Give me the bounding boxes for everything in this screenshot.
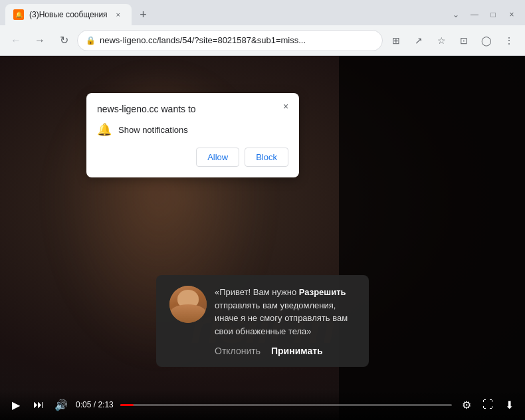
social-actions: Отклонить Принимать — [215, 346, 356, 356]
tab-favicon: 🔔 — [13, 9, 24, 20]
address-text: news-ligeno.cc/lands/54/?site=8021587&su… — [100, 35, 374, 45]
lock-icon: 🔒 — [86, 36, 96, 45]
progress-filled — [120, 404, 134, 406]
social-engineering-popup: «Привет! Вам нужно Разрешить отправлять … — [156, 275, 369, 367]
allow-button[interactable]: Allow — [196, 148, 239, 167]
menu-icon[interactable]: ⋮ — [498, 30, 520, 51]
notification-actions: Allow Block — [97, 148, 288, 167]
bell-icon: 🔔 — [97, 122, 112, 137]
download-icon[interactable]: ⬇ — [501, 397, 517, 413]
time-display: 0:05 / 2:13 — [76, 400, 114, 409]
close-window-button[interactable]: × — [504, 7, 520, 23]
chevron-down-icon[interactable]: ⌄ — [448, 7, 464, 23]
tab-close-button[interactable]: × — [113, 9, 124, 20]
skip-button[interactable]: ⏭ — [31, 397, 47, 413]
play-button[interactable]: ▶ — [8, 397, 24, 413]
toolbar: ← → ↻ 🔒 news-ligeno.cc/lands/54/?site=80… — [0, 25, 525, 56]
back-button[interactable]: ← — [5, 30, 27, 51]
video-right-controls: ⚙ ⛶ ⬇ — [459, 397, 517, 413]
translate-icon[interactable]: ⊞ — [385, 30, 407, 51]
forward-button[interactable]: → — [29, 30, 51, 51]
progress-bar[interactable] — [120, 404, 452, 406]
bookmark-icon[interactable]: ☆ — [431, 30, 452, 51]
toolbar-icons: ⊞ ↗ ☆ ⊡ ◯ ⋮ — [385, 30, 520, 51]
window-controls: ⌄ — □ × — [448, 7, 520, 23]
notification-item: 🔔 Show notifications — [97, 122, 288, 137]
video-controls: ▶ ⏭ 🔊 0:05 / 2:13 ⚙ ⛶ ⬇ — [0, 389, 525, 420]
notification-permission-popup: news-ligeno.cc wants to × 🔔 Show notific… — [86, 93, 299, 177]
minimize-button[interactable]: — — [467, 7, 482, 23]
browser-window: 🔔 (3)Новые сообщения × + ⌄ — □ × ← → ↻ 🔒… — [0, 0, 525, 420]
share-icon[interactable]: ↗ — [408, 30, 429, 51]
new-tab-button[interactable]: + — [134, 5, 153, 24]
social-accept-button[interactable]: Принимать — [271, 346, 323, 356]
block-button[interactable]: Block — [245, 148, 288, 167]
title-bar: 🔔 (3)Новые сообщения × + ⌄ — □ × — [0, 0, 525, 25]
volume-button[interactable]: 🔊 — [53, 397, 69, 413]
social-content: «Привет! Вам нужно Разрешить отправлять … — [215, 286, 356, 356]
fullscreen-icon[interactable]: ⛶ — [480, 397, 496, 413]
address-bar[interactable]: 🔒 news-ligeno.cc/lands/54/?site=8021587&… — [77, 30, 383, 51]
notification-close-button[interactable]: × — [279, 100, 292, 113]
maximize-button[interactable]: □ — [485, 7, 501, 23]
social-reject-button[interactable]: Отклонить — [215, 346, 261, 356]
avatar — [169, 286, 207, 323]
notification-item-text: Show notifications — [118, 125, 188, 135]
profile-icon[interactable]: ◯ — [476, 30, 497, 51]
social-message: «Привет! Вам нужно Разрешить отправлять … — [215, 286, 356, 338]
extension-icon[interactable]: ⊡ — [453, 30, 474, 51]
page-content: risill m news-ligeno.cc wants to × 🔔 Sho… — [0, 56, 525, 420]
settings-icon[interactable]: ⚙ — [459, 397, 474, 413]
reload-button[interactable]: ↻ — [53, 30, 74, 51]
notification-popup-title: news-ligeno.cc wants to — [97, 104, 288, 114]
browser-tab[interactable]: 🔔 (3)Новые сообщения × — [5, 4, 132, 25]
tab-title: (3)Новые сообщения — [29, 10, 108, 19]
